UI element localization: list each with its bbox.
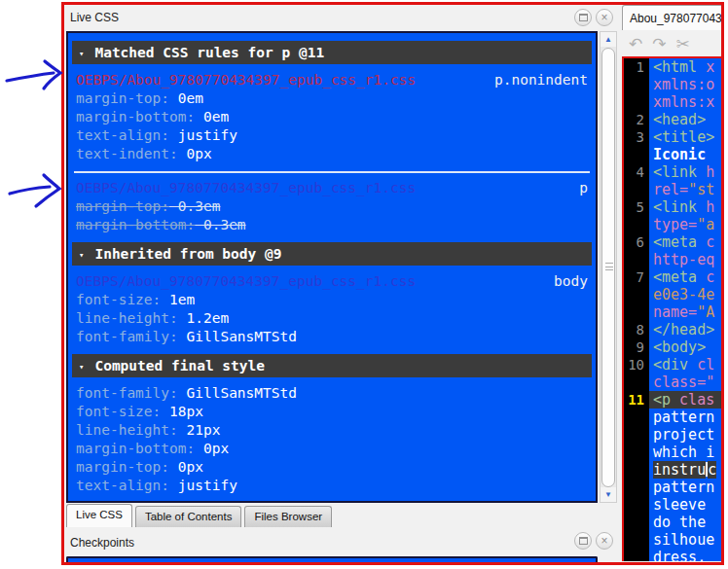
line-number: 1 <box>624 58 649 76</box>
css-property[interactable]: margin-bottom: 0.3em <box>72 216 592 234</box>
code-token: cl <box>697 356 714 373</box>
code-line[interactable]: dress, <box>624 549 721 561</box>
css-property[interactable]: text-align: justify <box>72 126 592 145</box>
code-line-text: pattern <box>649 479 721 496</box>
css-file-link[interactable]: OEBPS/Abou_9780770434397_epub_css_r1.css <box>76 272 416 291</box>
code-line[interactable]: do the <box>624 514 721 531</box>
cut-icon[interactable]: ✂ <box>676 34 690 53</box>
line-number <box>624 181 649 198</box>
css-property[interactable]: margin-top: 0em <box>72 89 592 108</box>
rules-separator <box>74 171 590 173</box>
undo-icon[interactable]: ↶ <box>629 34 642 53</box>
code-line[interactable]: name="A <box>624 303 721 321</box>
code-line[interactable]: pattern <box>624 409 721 426</box>
code-line[interactable]: 6<meta c <box>624 233 721 251</box>
code-line[interactable]: xmlns:x <box>624 93 721 111</box>
css-property[interactable]: font-size: 18px <box>72 403 592 421</box>
code-line-text: xmlns:o <box>649 76 721 93</box>
code-token: rel= <box>653 181 688 198</box>
code-line[interactable]: 8</head> <box>624 321 721 338</box>
section-header[interactable]: ▾Matched CSS rules for p @11 <box>72 41 592 64</box>
code-line-text: <p clas <box>649 391 721 409</box>
code-line[interactable]: instruc <box>624 461 721 479</box>
checkpoints-float-button[interactable] <box>574 532 592 550</box>
code-token: <div <box>653 356 697 373</box>
code-line[interactable]: 11<p clas <box>624 391 721 409</box>
tab-table-of-contents[interactable]: Table of Contents <box>135 506 242 527</box>
code-line-text: silhoue <box>649 531 721 549</box>
line-number <box>624 76 649 93</box>
css-property[interactable]: margin-bottom: 0em <box>72 108 592 126</box>
code-line[interactable]: rel="st <box>624 181 721 198</box>
css-property[interactable]: text-indent: 0px <box>72 145 592 163</box>
code-editor[interactable]: 1<html xxmlns:oxmlns:x2<head>3<title>Ico… <box>622 56 721 561</box>
line-number: 7 <box>624 268 649 286</box>
code-line[interactable]: type="a <box>624 216 721 233</box>
app-window: Live CSS × ▾Matched CSS rules for p @11O… <box>61 2 724 565</box>
annotation-arrow-bottom <box>10 187 50 194</box>
editor-file-tab[interactable]: Abou_978077043439 <box>622 5 724 30</box>
css-property[interactable]: line-height: 1.2em <box>72 309 592 328</box>
css-property[interactable]: font-family: GillSansMTStd <box>72 328 592 346</box>
code-line[interactable]: 2<head> <box>624 111 721 128</box>
live-css-rules-panel[interactable]: ▾Matched CSS rules for p @11OEBPS/Abou_9… <box>66 31 598 503</box>
code-line[interactable]: 9<body> <box>624 338 721 356</box>
code-line-text: <div cl <box>649 356 721 373</box>
float-panel-button[interactable] <box>574 9 592 26</box>
css-property[interactable]: margin-bottom: 0px <box>72 440 592 458</box>
code-token: instru <box>653 461 706 479</box>
code-line[interactable]: 3<title> <box>624 128 721 146</box>
code-line[interactable]: 7<meta c <box>624 268 721 286</box>
redo-icon[interactable]: ↷ <box>652 34 666 53</box>
scroll-up-button[interactable]: ▲ <box>601 32 616 47</box>
property-value: 0.3em <box>169 198 220 214</box>
section-header[interactable]: ▾Inherited from body @9 <box>72 242 592 266</box>
css-rule: OEBPS/Abou_9780770434397_epub_css_r1.css… <box>72 71 592 163</box>
code-line[interactable]: Iconic <box>624 146 721 163</box>
disclosure-triangle-icon: ▾ <box>79 49 84 58</box>
tab-files-browser[interactable]: Files Browser <box>244 506 332 527</box>
property-name: margin-bottom: <box>76 441 195 456</box>
code-line[interactable]: sleeve <box>624 496 721 514</box>
code-line[interactable]: which i <box>624 444 721 461</box>
code-token: <meta <box>653 268 706 286</box>
css-property[interactable]: line-height: 21px <box>72 421 592 440</box>
css-property[interactable]: text-align: justify <box>72 477 592 495</box>
code-token: http-eq <box>653 251 714 268</box>
code-token: type= <box>653 216 697 233</box>
scrollbar-thumb[interactable] <box>601 48 615 487</box>
section-header[interactable]: ▾Computed final style <box>72 354 592 377</box>
css-property[interactable]: font-size: 1em <box>72 291 592 309</box>
code-line[interactable]: class=" <box>624 373 721 391</box>
code-line[interactable]: e0e3-4e <box>624 286 721 303</box>
rule-source-line: OEBPS/Abou_9780770434397_epub_css_r1.css… <box>72 272 592 291</box>
code-line[interactable]: 5<link h <box>624 198 721 216</box>
checkpoints-close-button[interactable]: × <box>596 532 613 550</box>
property-value: justify <box>169 478 237 493</box>
code-line[interactable]: 10<div cl <box>624 356 721 373</box>
code-token: project <box>653 426 714 444</box>
css-file-link[interactable]: OEBPS/Abou_9780770434397_epub_css_r1.css <box>76 71 416 89</box>
code-line[interactable]: project <box>624 426 721 444</box>
close-panel-button[interactable]: × <box>596 9 613 26</box>
code-line-text: http-eq <box>649 251 721 268</box>
code-token: <head> <box>653 111 706 128</box>
code-line[interactable]: 4<link h <box>624 163 721 181</box>
css-property[interactable]: font-family: GillSansMTStd <box>72 384 592 403</box>
code-line[interactable]: http-eq <box>624 251 721 268</box>
css-file-link[interactable]: OEBPS/Abou_9780770434397_epub_css_r1.css <box>76 179 416 197</box>
checkpoints-panel-title: Checkpoints <box>70 536 134 550</box>
code-line[interactable]: pattern <box>624 479 721 496</box>
code-token: which i <box>653 444 714 461</box>
css-property[interactable]: margin-top: 0.3em <box>72 197 592 216</box>
css-property[interactable]: margin-top: 0px <box>72 458 592 477</box>
vertical-scrollbar[interactable]: ▲ ▼ <box>600 31 617 503</box>
code-line[interactable]: 1<html x <box>624 58 721 76</box>
code-token: c <box>708 461 716 479</box>
code-line[interactable]: xmlns:o <box>624 76 721 93</box>
tab-live-css[interactable]: Live CSS <box>66 504 132 527</box>
float-icon <box>579 14 588 21</box>
code-line[interactable]: silhoue <box>624 531 721 549</box>
scroll-down-button[interactable]: ▼ <box>601 487 616 502</box>
disclosure-triangle-icon: ▾ <box>79 250 84 260</box>
